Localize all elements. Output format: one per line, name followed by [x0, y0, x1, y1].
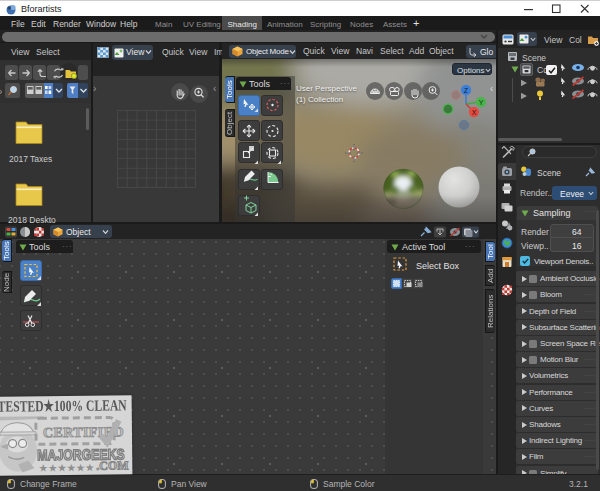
svg-text:Z: Z: [464, 87, 469, 94]
svg-text:Y: Y: [479, 99, 484, 106]
svg-text:X: X: [472, 109, 477, 116]
